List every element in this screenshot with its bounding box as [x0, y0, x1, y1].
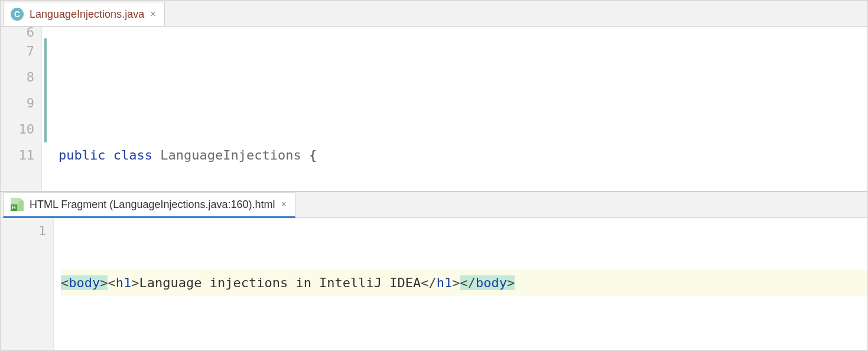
line-number: 11 [5, 142, 34, 168]
line-number: 8 [5, 64, 34, 90]
close-icon[interactable]: × [150, 9, 155, 19]
line-number: 10 [5, 116, 34, 142]
fragment-gutter: 1 [1, 218, 54, 350]
code-line-7[interactable]: public class LanguageInjections { [58, 142, 867, 168]
line-number: 1 [5, 218, 46, 244]
line-number: 7 [5, 38, 34, 64]
tab-html-fragment[interactable]: H HTML Fragment (LanguageInjections.java… [3, 192, 295, 218]
fragment-tabbar: H HTML Fragment (LanguageInjections.java… [1, 192, 867, 218]
line-number: 9 [5, 90, 34, 116]
vcs-change-strip [42, 27, 49, 191]
fragment-code[interactable]: <body><h1>Language injections in Intelli… [54, 218, 867, 350]
main-code[interactable]: public class LanguageInjections { @Langu… [49, 27, 867, 191]
fragment-editor[interactable]: 1 <body><h1>Language injections in Intel… [1, 218, 867, 350]
tab-label: HTML Fragment (LanguageInjections.java:1… [30, 199, 275, 211]
tab-language-injections-java[interactable]: C LanguageInjections.java × [3, 2, 165, 26]
main-editor[interactable]: 6 7 8 9 10 11 public class LanguageInjec… [1, 27, 867, 191]
main-gutter: 6 7 8 9 10 11 [1, 27, 42, 191]
close-icon[interactable]: × [281, 200, 287, 209]
html-file-icon: H [11, 198, 24, 211]
main-tabbar: C LanguageInjections.java × [1, 1, 867, 27]
main-editor-pane: C LanguageInjections.java × 6 7 8 9 10 1… [1, 1, 867, 191]
line-number: 6 [5, 27, 34, 38]
code-line-1[interactable]: <body><h1>Language injections in Intelli… [61, 270, 867, 296]
fragment-editor-pane: H HTML Fragment (LanguageInjections.java… [1, 192, 867, 350]
java-class-icon: C [11, 8, 24, 21]
tab-label: LanguageInjections.java [30, 8, 144, 21]
